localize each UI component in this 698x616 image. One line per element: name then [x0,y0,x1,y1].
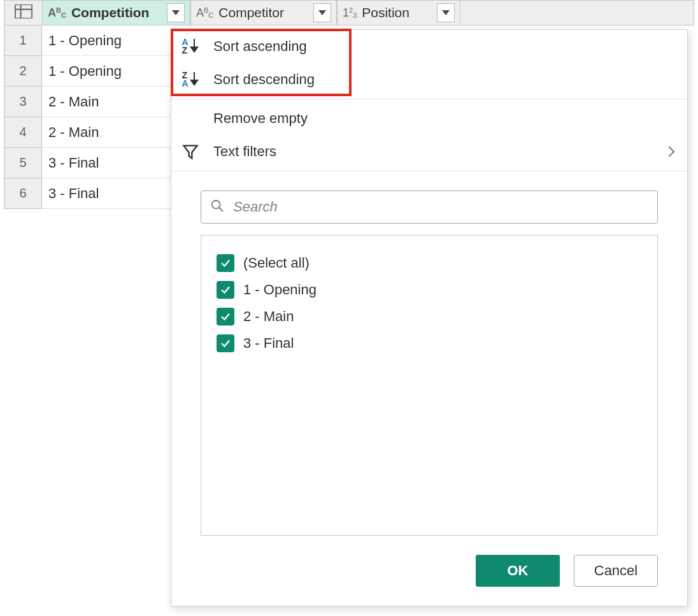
column-header-competition[interactable]: ABC Competition [42,0,190,25]
column-filter-button[interactable] [437,3,455,22]
menu-separator [171,171,687,171]
filter-value-item[interactable]: 3 - Final [217,330,642,357]
cell-competition[interactable]: 2 - Main [42,87,190,117]
sort-ascending-item[interactable]: AZ Sort ascending [171,30,687,63]
checkbox-checked-icon[interactable] [217,281,234,299]
cancel-button[interactable]: Cancel [574,555,658,587]
caret-down-icon [318,10,326,15]
sort-descending-icon: ZA [179,71,202,88]
row-number: 3 [4,87,42,117]
funnel-icon [179,143,202,161]
table-icon [15,4,32,22]
text-filters-item[interactable]: Text filters [171,135,687,168]
column-filter-button[interactable] [313,3,331,22]
text-type-icon: ABC [48,6,66,20]
header-filler [460,0,694,25]
text-type-icon: ABC [196,6,213,20]
filter-search-box[interactable] [201,190,658,224]
filter-value-label: (Select all) [243,255,310,271]
column-filter-button[interactable] [167,3,185,22]
menu-label: Sort descending [213,71,315,88]
row-number: 5 [4,148,42,178]
filter-value-item[interactable]: 1 - Opening [217,276,642,303]
filter-search-input[interactable] [232,198,648,216]
caret-down-icon [442,10,450,15]
dialog-button-row: OK Cancel [171,536,687,606]
cell-competition[interactable]: 3 - Final [42,178,190,209]
sort-descending-item[interactable]: ZA Sort descending [171,63,687,96]
row-number: 4 [4,117,42,148]
search-icon [210,199,224,216]
svg-line-4 [219,207,223,211]
menu-separator [171,99,687,99]
ok-button[interactable]: OK [476,555,560,587]
svg-rect-0 [15,4,31,18]
filter-select-all[interactable]: (Select all) [217,250,642,276]
filter-value-label: 1 - Opening [243,282,317,298]
chevron-right-icon [664,147,675,157]
filter-value-label: 2 - Main [243,308,294,325]
checkbox-checked-icon[interactable] [217,308,234,326]
caret-down-icon [172,10,180,15]
column-label: Competition [71,5,149,20]
row-number: 1 [4,25,42,56]
column-header-position[interactable]: 123 Position [337,0,460,25]
menu-label: Text filters [213,143,276,160]
row-number: 6 [4,178,42,209]
menu-label: Remove empty [213,110,308,127]
menu-label: Sort ascending [213,38,307,55]
column-label: Competitor [218,5,284,20]
filter-value-label: 3 - Final [243,335,294,352]
sort-ascending-icon: AZ [179,38,202,55]
row-number-header[interactable] [4,0,42,25]
filter-values-list[interactable]: (Select all) 1 - Opening 2 - Main 3 - Fi… [201,235,658,536]
number-type-icon: 123 [343,6,357,20]
remove-empty-item[interactable]: Remove empty [171,102,687,135]
checkbox-checked-icon[interactable] [217,334,234,352]
filter-value-item[interactable]: 2 - Main [217,303,642,330]
column-label: Position [362,5,410,20]
checkbox-checked-icon[interactable] [217,254,234,272]
column-header-row: ABC Competition ABC Competitor 123 Posit… [4,0,694,25]
cell-competition[interactable]: 1 - Opening [42,25,190,56]
column-header-competitor[interactable]: ABC Competitor [190,0,337,25]
row-number: 2 [4,56,42,87]
cell-competition[interactable]: 1 - Opening [42,56,190,87]
cell-competition[interactable]: 2 - Main [42,117,190,148]
cell-competition[interactable]: 3 - Final [42,148,190,178]
svg-point-3 [212,200,220,208]
column-filter-dropdown: AZ Sort ascending ZA Sort descending Rem… [171,29,688,606]
